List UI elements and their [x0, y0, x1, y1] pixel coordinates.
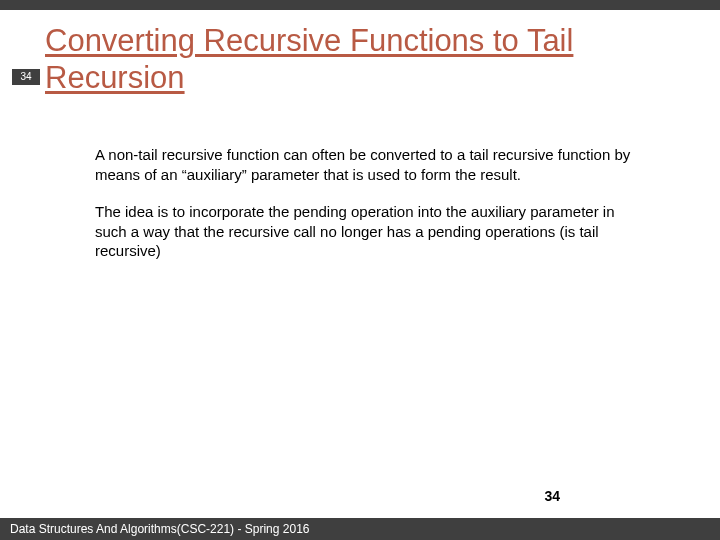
footer-text: Data Structures And Algorithms(CSC-221) …: [10, 522, 309, 536]
page-number: 34: [544, 488, 560, 504]
slide-number-badge: 34: [12, 69, 40, 85]
top-accent-bar: [0, 0, 720, 10]
paragraph-2: The idea is to incorporate the pending o…: [95, 202, 645, 261]
paragraph-1: A non-tail recursive function can often …: [95, 145, 645, 184]
slide: 34 Converting Recursive Functions to Tai…: [0, 0, 720, 540]
slide-title: Converting Recursive Functions to Tail R…: [45, 22, 685, 96]
slide-body: A non-tail recursive function can often …: [95, 145, 645, 279]
heading-area: 34 Converting Recursive Functions to Tai…: [45, 22, 685, 96]
footer-bar: Data Structures And Algorithms(CSC-221) …: [0, 518, 720, 540]
